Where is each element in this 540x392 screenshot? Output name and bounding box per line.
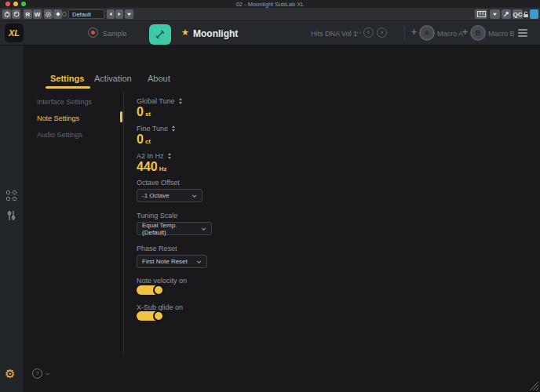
lock-button[interactable] bbox=[522, 9, 530, 19]
settings-page: ⚙ Settings Activation About Interface Se… bbox=[0, 45, 540, 392]
octave-offset-value: -1 Octave bbox=[142, 192, 170, 199]
fine-tune-label: Fine Tune bbox=[137, 125, 175, 132]
macro-dial-button[interactable] bbox=[12, 9, 20, 19]
header-menu-button[interactable] bbox=[518, 29, 527, 37]
phase-reset-value: First Note Reset bbox=[142, 258, 188, 265]
sidebar-item-note-settings[interactable]: Note Settings bbox=[37, 114, 79, 122]
note-velocity-label: Note velocity on bbox=[137, 277, 187, 285]
chevron-down-icon bbox=[492, 13, 498, 16]
preset-menu-button[interactable] bbox=[125, 9, 133, 19]
plugin-header: XL Sample ★ Moonlight Hits DNA Vol 1 ⋯ ‹… bbox=[0, 21, 540, 45]
dart-icon bbox=[155, 29, 166, 40]
pack-name: Hits DNA Vol 1 bbox=[311, 30, 357, 38]
phase-reset-dropdown[interactable]: First Note Reset bbox=[137, 255, 207, 268]
patch-icon-button[interactable] bbox=[149, 24, 171, 45]
bypass-power-button[interactable] bbox=[2, 9, 11, 19]
chevron-down-icon bbox=[201, 227, 206, 230]
chevron-left-icon: ‹ bbox=[367, 29, 370, 36]
tuning-scale-label: Tuning Scale bbox=[137, 212, 177, 220]
settings-gear-icon[interactable]: ⚙ bbox=[5, 367, 15, 381]
link-icon bbox=[62, 12, 67, 16]
arrow-left-icon bbox=[108, 12, 113, 16]
chevron-right-icon: › bbox=[381, 29, 383, 36]
tuning-scale-dropdown[interactable]: Equal Temp. (Default) bbox=[137, 222, 212, 235]
pin-button[interactable] bbox=[502, 9, 511, 19]
active-sidebar-indicator bbox=[120, 111, 122, 122]
toggle-knob bbox=[153, 285, 164, 296]
a2-in-hz-label: A2 In Hz bbox=[137, 152, 171, 160]
next-preset-button[interactable] bbox=[115, 9, 123, 19]
favorite-star-icon[interactable]: ★ bbox=[181, 27, 189, 38]
active-tab-indicator bbox=[46, 86, 90, 89]
xsub-glide-toggle[interactable] bbox=[137, 311, 163, 321]
global-tune-value[interactable]: 0st bbox=[137, 105, 151, 119]
power-icon bbox=[4, 11, 10, 17]
patch-name: Moonlight bbox=[193, 28, 238, 39]
library-grid-icon[interactable] bbox=[6, 191, 16, 201]
lock-icon bbox=[523, 11, 529, 18]
pin-icon bbox=[503, 11, 509, 17]
sample-label: Sample bbox=[103, 30, 127, 38]
preset-options-button[interactable]: ⋯ bbox=[354, 28, 363, 37]
read-label: R bbox=[26, 11, 31, 18]
tab-activation[interactable]: Activation bbox=[94, 74, 132, 83]
sidebar-item-audio-settings[interactable]: Audio Settings bbox=[37, 131, 82, 139]
diamond-icon bbox=[55, 11, 61, 17]
prev-patch-button[interactable]: ‹ bbox=[363, 27, 374, 38]
macro-b-knob[interactable]: B bbox=[470, 25, 486, 41]
tuning-scale-value: Equal Temp. (Default) bbox=[142, 222, 198, 236]
xl-logo: XL bbox=[5, 24, 24, 42]
global-tune-label: Global Tune bbox=[137, 97, 182, 105]
a2-in-hz-unit: Hz bbox=[159, 165, 167, 172]
macro-b-letter: B bbox=[476, 29, 481, 37]
macro-a-letter: A bbox=[425, 29, 430, 37]
chevron-down-icon bbox=[126, 13, 132, 16]
qc-label: QC bbox=[513, 11, 523, 18]
preset-value: Default bbox=[72, 11, 91, 18]
host-toolbar: R W Default QC bbox=[0, 8, 540, 21]
tab-settings[interactable]: Settings bbox=[50, 74, 84, 83]
left-rail: ⚙ bbox=[0, 45, 24, 392]
automation-read-button[interactable]: R bbox=[24, 9, 32, 19]
plugin-color-chip[interactable] bbox=[530, 9, 538, 19]
mixer-sliders-icon[interactable] bbox=[6, 210, 16, 221]
arrow-right-icon bbox=[117, 12, 122, 16]
prev-preset-button[interactable] bbox=[107, 9, 115, 19]
stepper-icon[interactable] bbox=[172, 125, 175, 132]
tab-about[interactable]: About bbox=[148, 74, 170, 83]
macro-a-knob[interactable]: A bbox=[419, 25, 435, 41]
octave-offset-dropdown[interactable]: -1 Octave bbox=[137, 189, 202, 202]
chevron-down-icon bbox=[192, 194, 197, 198]
automation-write-button[interactable]: W bbox=[33, 9, 42, 19]
dial-icon bbox=[13, 11, 20, 17]
window-title: 02 - Moonlight SubLab XL bbox=[0, 1, 540, 8]
sidebar-divider bbox=[123, 93, 124, 354]
global-tune-unit: st bbox=[145, 111, 151, 118]
next-patch-button[interactable]: › bbox=[377, 27, 387, 38]
write-label: W bbox=[35, 11, 41, 18]
view-select-button[interactable] bbox=[490, 9, 500, 19]
note-velocity-toggle[interactable] bbox=[137, 285, 163, 295]
help-menu[interactable]: ? bbox=[32, 368, 50, 379]
preset-field[interactable]: Default bbox=[68, 9, 104, 19]
resize-grip[interactable] bbox=[527, 379, 539, 391]
octave-offset-label: Octave Offset bbox=[137, 179, 180, 187]
stepper-icon[interactable] bbox=[168, 153, 171, 159]
sidebar-item-interface-settings[interactable]: Interface Settings bbox=[37, 98, 92, 106]
compare-button[interactable] bbox=[53, 9, 62, 19]
macro-b-assign-icon[interactable]: + bbox=[461, 28, 469, 37]
sample-record-button[interactable] bbox=[88, 27, 98, 38]
fine-tune-value[interactable]: 0ct bbox=[137, 132, 151, 147]
midi-keyboard-button[interactable] bbox=[475, 9, 487, 19]
fine-tune-unit: ct bbox=[145, 138, 151, 145]
chevron-down-icon bbox=[196, 260, 202, 263]
settings-gear-button[interactable] bbox=[44, 9, 53, 19]
macro-a-assign-icon[interactable]: + bbox=[410, 28, 418, 37]
stepper-icon[interactable] bbox=[179, 98, 182, 104]
header-divider bbox=[404, 27, 405, 40]
a2-in-hz-value[interactable]: 440Hz bbox=[137, 160, 166, 174]
record-dot-icon bbox=[91, 31, 95, 34]
chevron-down-icon bbox=[45, 372, 50, 376]
titlebar: 02 - Moonlight SubLab XL bbox=[0, 0, 540, 8]
toggle-knob bbox=[153, 310, 164, 321]
